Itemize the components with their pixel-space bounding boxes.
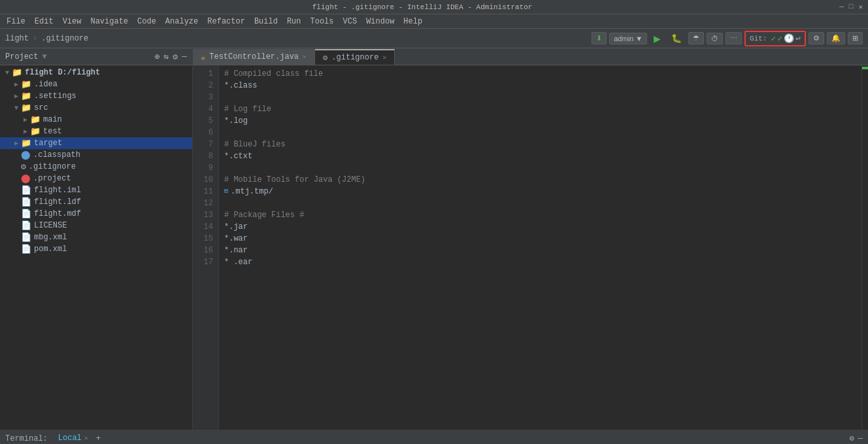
title-bar: flight - .gitignore - IntelliJ IDEA - Ad…	[0, 0, 868, 14]
tree-arrow-flight-iml: ▶	[12, 186, 21, 194]
editor-content: 12345 678910 1112131415 1617 # Compiled …	[193, 65, 868, 430]
tree-item-flight[interactable]: ▼ 📁 flight D:/flight	[0, 67, 192, 78]
code-line-9	[224, 162, 856, 174]
file-icon-pom-xml: 📄	[21, 244, 31, 254]
tab-testcontroller[interactable]: ☕ TestController.java ✕	[193, 49, 315, 65]
terminal-settings-button[interactable]: ⚙	[850, 434, 854, 443]
tree-label-test: test	[43, 127, 62, 136]
tree-item-src[interactable]: ▼ 📁 src	[0, 102, 192, 114]
tree-label-flight-mdf: flight.mdf	[34, 209, 81, 218]
code-line-5: *.log	[224, 115, 856, 127]
run-button[interactable]: ▶	[650, 32, 665, 45]
tab-java-icon: ☕	[201, 52, 205, 62]
tree-label-mbg-xml: mbg.xml	[34, 233, 67, 242]
right-gutter	[861, 65, 868, 430]
breadcrumb-separator: ›	[33, 34, 37, 43]
tree-label-settings: .settings	[34, 92, 76, 101]
debug-button[interactable]: 🐛	[667, 32, 686, 44]
sidebar-tree: ▼ 📁 flight D:/flight ▶ 📁 .idea ▶ 📁 .sett…	[0, 65, 192, 430]
tab-gitignore[interactable]: ⚙ .gitignore ✕	[315, 49, 395, 65]
terminal-tab-local[interactable]: Local ✕	[53, 432, 93, 445]
maximize-button[interactable]: □	[849, 3, 854, 11]
editor-area: ☕ TestController.java ✕ ⚙ .gitignore ✕ 1…	[193, 48, 868, 430]
code-line-14: *.jar	[224, 221, 856, 233]
more-actions-button[interactable]: ⋯	[726, 32, 742, 44]
code-line-4: # Log file	[224, 103, 856, 115]
menu-build[interactable]: Build	[250, 16, 282, 27]
code-line-7: # BlueJ files	[224, 139, 856, 150]
tree-item-project[interactable]: ▶ ⬤ .project	[0, 173, 192, 184]
tree-item-test[interactable]: ▶ 📁 test	[0, 126, 192, 137]
code-line-12	[224, 197, 856, 209]
layout-button[interactable]: ⊞	[848, 32, 863, 44]
tree-label-pom-xml: pom.xml	[34, 245, 67, 254]
tab-gitignore-close[interactable]: ✕	[382, 54, 386, 61]
coverage-button[interactable]: ☂	[688, 32, 704, 44]
terminal-tab-local-label: Local	[58, 434, 82, 443]
terminal-label: Terminal:	[5, 434, 48, 443]
git-toolbar: Git: ✓ ✓ 🕐 ↩	[744, 31, 806, 46]
menu-vcs[interactable]: VCS	[339, 16, 361, 27]
menu-code[interactable]: Code	[133, 16, 160, 27]
tree-item-settings[interactable]: ▶ 📁 .settings	[0, 90, 192, 102]
menu-run[interactable]: Run	[283, 16, 305, 27]
tree-item-flight-ldf[interactable]: ▶ 📄 flight.ldf	[0, 196, 192, 208]
settings-button[interactable]: ⚙	[809, 32, 824, 44]
tree-label-flight-iml: flight.iml	[34, 186, 81, 195]
sidebar-scope-button[interactable]: ⊕	[155, 52, 160, 62]
code-content[interactable]: # Compiled class file *.class # Log file…	[219, 65, 861, 430]
menu-file[interactable]: File	[3, 16, 29, 27]
menu-refactor[interactable]: Refactor	[203, 16, 249, 27]
code-line-10: # Mobile Tools for Java (J2ME)	[224, 174, 856, 186]
minimize-button[interactable]: —	[839, 3, 844, 11]
git-rollback-icon[interactable]: ↩	[795, 33, 801, 44]
folder-icon-test: 📁	[30, 126, 41, 137]
profile-button[interactable]: ⏱	[707, 33, 723, 44]
tree-item-target[interactable]: ▶ 📁 target	[0, 137, 192, 149]
tree-item-mbg-xml[interactable]: ▶ 📄 mbg.xml	[0, 231, 192, 243]
git-commit-icon[interactable]: ✓	[771, 33, 776, 44]
tree-arrow-test: ▶	[21, 128, 30, 135]
breadcrumb-root[interactable]: light	[5, 34, 29, 43]
sidebar-settings-button[interactable]: ⚙	[173, 52, 178, 62]
git-history-icon[interactable]: 🕐	[784, 33, 794, 44]
menu-edit[interactable]: Edit	[31, 16, 58, 27]
tab-gitignore-label: .gitignore	[331, 53, 378, 62]
sidebar: Project ▼ ⊕ ⇆ ⚙ — ▼ 📁 flight D:/flight ▶…	[0, 48, 193, 430]
tree-item-gitignore[interactable]: ▶ ⚙ .gitignore	[0, 161, 192, 173]
sidebar-toggle-button[interactable]: ⇆	[164, 52, 169, 62]
tree-arrow-idea: ▶	[12, 80, 21, 88]
menu-navigate[interactable]: Navigate	[86, 16, 132, 27]
toolbar: light › .gitignore ⬇ admin ▼ ▶ 🐛 ☂ ⏱ ⋯ G…	[0, 29, 868, 48]
file-icon-flight-mdf: 📄	[21, 209, 31, 219]
menu-analyze[interactable]: Analyze	[161, 16, 202, 27]
breadcrumb-file[interactable]: .gitignore	[41, 34, 88, 43]
file-icon-project: ⬤	[21, 173, 31, 184]
tree-item-pom-xml[interactable]: ▶ 📄 pom.xml	[0, 243, 192, 255]
tree-item-license[interactable]: ▶ 📄 LICENSE	[0, 220, 192, 231]
terminal-tab-local-close[interactable]: ✕	[84, 434, 88, 442]
terminal-minimize-button[interactable]: —	[858, 434, 863, 443]
tree-item-classpath[interactable]: ▶ ⬤ .classpath	[0, 149, 192, 161]
git-push-icon[interactable]: ✓	[777, 33, 782, 44]
tree-item-main[interactable]: ▶ 📁 main	[0, 114, 192, 126]
tree-item-flight-iml[interactable]: ▶ 📄 flight.iml	[0, 184, 192, 196]
menu-window[interactable]: Window	[362, 16, 398, 27]
sidebar-close-button[interactable]: —	[182, 52, 187, 61]
tree-item-flight-mdf[interactable]: ▶ 📄 flight.mdf	[0, 208, 192, 220]
menu-help[interactable]: Help	[399, 16, 426, 27]
tree-label-flight: flight D:/flight	[25, 68, 100, 77]
menu-tools[interactable]: Tools	[307, 16, 338, 27]
file-icon-gitignore: ⚙	[21, 162, 26, 172]
vcs-update-button[interactable]: ⬇	[592, 32, 607, 44]
close-button[interactable]: ✕	[858, 3, 863, 11]
admin-dropdown[interactable]: admin ▼	[609, 33, 647, 44]
notifications-button[interactable]: 🔔	[827, 32, 845, 44]
tree-item-idea[interactable]: ▶ 📁 .idea	[0, 78, 192, 90]
tree-label-flight-ldf: flight.ldf	[34, 197, 81, 207]
tab-testcontroller-close[interactable]: ✕	[303, 53, 307, 61]
menu-view[interactable]: View	[59, 16, 86, 27]
tree-arrow-settings: ▶	[12, 92, 21, 100]
terminal-add-button[interactable]: +	[96, 434, 101, 443]
tree-arrow-flight-mdf: ▶	[12, 210, 21, 218]
